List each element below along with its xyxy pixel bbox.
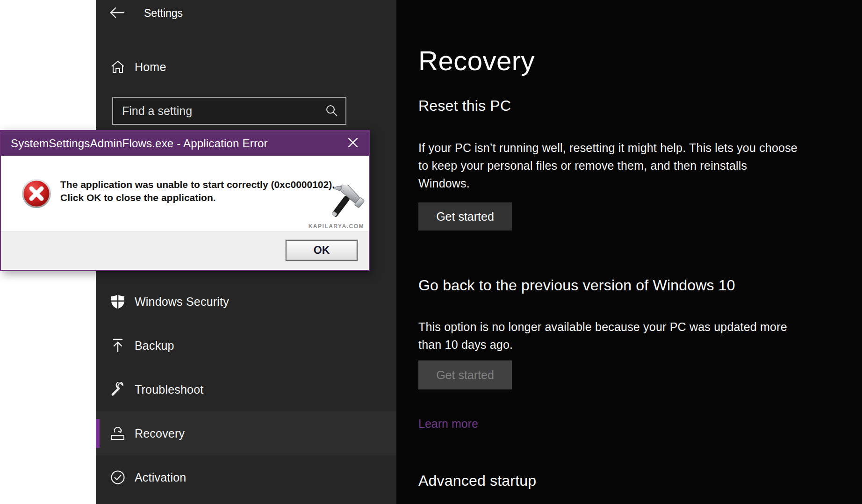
recovery-drive-icon <box>108 426 127 441</box>
backup-arrow-icon <box>108 338 127 353</box>
hammer-watermark-icon <box>325 185 368 226</box>
error-icon <box>22 179 51 210</box>
sidebar-item-label: Backup <box>135 339 174 353</box>
dialog-footer: OK <box>1 231 369 269</box>
sidebar-nav: Windows Security Backup Troubleshoot <box>96 280 396 499</box>
learn-more-link[interactable]: Learn more <box>418 417 478 431</box>
section-heading-advanced-startup: Advanced startup <box>418 472 536 490</box>
reset-get-started-button[interactable]: Get started <box>418 202 512 230</box>
selected-accent-bar <box>96 419 100 448</box>
dialog-body: The application was unable to start corr… <box>1 156 369 231</box>
page-title: Recovery <box>418 45 535 76</box>
dialog-titlebar: SystemSettingsAdminFlows.exe - Applicati… <box>1 131 369 156</box>
sidebar-header: Settings <box>96 0 396 26</box>
close-button[interactable] <box>344 134 362 153</box>
home-icon <box>108 60 127 73</box>
recovery-page: Recovery Reset this PC If your PC isn’t … <box>396 0 862 504</box>
error-message: The application was unable to start corr… <box>60 178 335 204</box>
check-circle-icon <box>108 470 127 485</box>
sidebar-item-label: Troubleshoot <box>135 383 203 396</box>
back-arrow-icon <box>109 13 125 20</box>
sidebar-item-activation[interactable]: Activation <box>96 455 396 499</box>
ok-button[interactable]: OK <box>286 240 358 261</box>
back-button[interactable] <box>107 4 128 22</box>
close-icon <box>347 137 359 150</box>
search-icon <box>325 104 338 117</box>
section-heading-reset-this-pc: Reset this PC <box>418 97 511 115</box>
sidebar-item-home[interactable]: Home <box>96 54 396 79</box>
search-box <box>112 97 346 125</box>
search-input[interactable] <box>113 98 325 124</box>
sidebar-item-windows-security[interactable]: Windows Security <box>96 280 396 324</box>
reset-description: If your PC isn’t running well, resetting… <box>418 139 797 192</box>
sidebar-item-label: Activation <box>135 471 186 484</box>
section-heading-go-back: Go back to the previous version of Windo… <box>418 277 735 294</box>
sidebar-item-label: Windows Security <box>135 295 229 309</box>
app-title: Settings <box>144 7 183 20</box>
sidebar-item-recovery[interactable]: Recovery <box>96 411 396 455</box>
watermark-text: KAPILARYA.COM <box>309 223 364 230</box>
sidebar-item-label: Recovery <box>135 427 185 440</box>
sidebar-item-troubleshoot[interactable]: Troubleshoot <box>96 367 396 411</box>
go-back-description: This option is no longer available becau… <box>418 318 787 353</box>
sidebar-item-backup[interactable]: Backup <box>96 324 396 367</box>
go-back-get-started-button-disabled[interactable]: Get started <box>418 360 512 389</box>
dialog-title: SystemSettingsAdminFlows.exe - Applicati… <box>1 137 268 150</box>
wrench-icon <box>108 382 127 397</box>
sidebar-item-label: Home <box>135 60 166 74</box>
shield-icon <box>108 294 127 309</box>
application-error-dialog: SystemSettingsAdminFlows.exe - Applicati… <box>0 130 370 271</box>
